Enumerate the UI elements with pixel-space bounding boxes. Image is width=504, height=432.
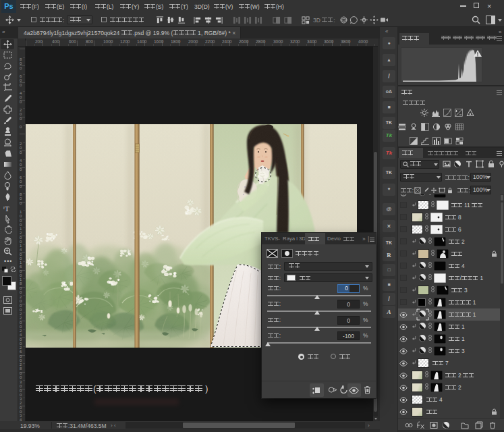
svg-text:T: T [5,205,9,213]
